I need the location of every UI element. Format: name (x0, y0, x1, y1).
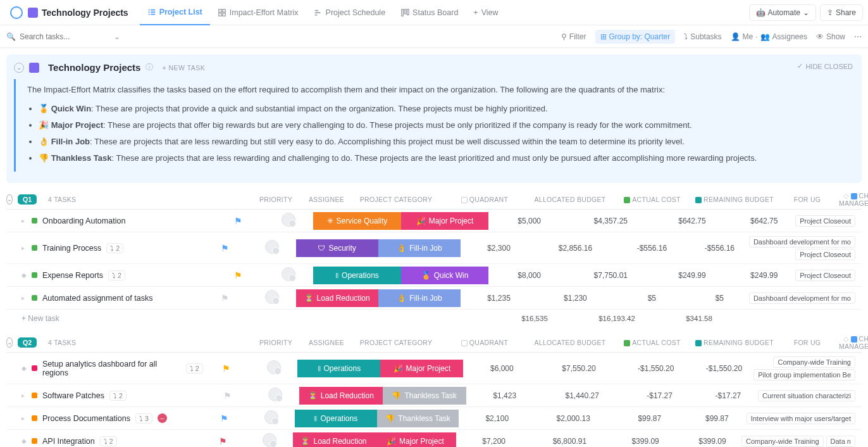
subtask-pill[interactable]: ⤵3 (135, 413, 152, 424)
subtask-pill[interactable]: ⤵2 (108, 270, 125, 280)
priority-flag-icon[interactable]: ⚑ (221, 293, 229, 303)
blocked-icon[interactable]: – (158, 413, 167, 423)
category-cell[interactable]: ⏳Load Reduction (293, 432, 375, 447)
change-management-cell[interactable]: Interview with major users/target (747, 413, 862, 424)
chevron-down-icon[interactable]: ⌄ (114, 32, 120, 41)
col-assignee[interactable]: ASSIGNEE (301, 339, 352, 346)
quadrant-cell[interactable]: 👎Thankless Task (377, 410, 459, 427)
task-row[interactable]: ▸ Training Process ⤵2 ⚑ 🛡Security 👌Fill-… (6, 232, 862, 264)
group-collapse-toggle[interactable]: ⌄ (6, 194, 13, 205)
quadrant-cell[interactable]: 🎉Major Project (380, 360, 463, 377)
subtask-pill[interactable]: ⤵2 (106, 243, 123, 253)
new-task-button[interactable]: + New task (6, 314, 215, 323)
task-row[interactable]: ▸ Process Documentations ⤵3 – ⚑ ⫴Operati… (6, 407, 862, 430)
quadrant-cell[interactable]: 👌Fill-in Job (378, 239, 461, 257)
automate-button[interactable]: 🤖 Automate ⌄ (749, 4, 816, 21)
tab-add-view[interactable]: + View (466, 0, 505, 25)
col-priority[interactable]: PRIORITY (251, 339, 301, 346)
expand-caret-icon[interactable]: ▸ (22, 415, 27, 422)
col-change-management[interactable]: ◇ CHANGE MANAGEMENT (839, 192, 868, 207)
category-cell[interactable]: ✳Service Quality (313, 212, 401, 230)
collapse-toggle[interactable]: ⌄ (14, 63, 24, 73)
task-row[interactable]: ◆ Setup analytics dashboard for all regi… (6, 353, 862, 384)
subtask-pill[interactable]: ⤵2 (186, 363, 203, 374)
col-quadrant[interactable]: QUADRANT (440, 339, 529, 346)
task-row[interactable]: ▸ Onboarding Automation ⚑ ✳Service Quali… (6, 210, 862, 232)
category-cell[interactable]: ⫴Operations (297, 360, 380, 377)
tab-project-schedule[interactable]: Project Schedule (306, 0, 394, 25)
col-for-ug[interactable]: FOR UG (776, 339, 839, 346)
tab-impact-effort[interactable]: Impact-Effort Matrix (210, 0, 306, 25)
priority-flag-icon[interactable]: ⚑ (234, 270, 242, 280)
status-icon[interactable] (32, 218, 37, 224)
status-icon[interactable] (32, 245, 37, 251)
change-management-cell[interactable]: Company-wide TrainingData n (741, 436, 862, 447)
col-remaining[interactable]: REMAINING BUDGET (693, 196, 776, 203)
me-button[interactable]: 👤Me·👥Assignees (731, 32, 807, 41)
expand-caret-icon[interactable]: ◆ (22, 365, 27, 372)
col-quadrant[interactable]: QUADRANT (440, 196, 529, 203)
expand-caret-icon[interactable]: ▸ (22, 217, 27, 224)
quadrant-cell[interactable]: 👌Fill-in Job (378, 289, 461, 307)
change-management-cell[interactable]: Dashboard development for moProject Clos… (749, 236, 862, 260)
search-box[interactable]: 🔍 ⌄ (6, 32, 120, 41)
col-priority[interactable]: PRIORITY (251, 196, 301, 203)
category-cell[interactable]: ⫴Operations (313, 267, 401, 284)
change-management-cell[interactable]: Dashboard development for mo (749, 293, 862, 304)
new-task-inline-button[interactable]: + NEW TASK (162, 64, 205, 72)
col-change-management[interactable]: ◇ CHANGE MANAGEMENT (839, 335, 868, 350)
status-icon[interactable] (32, 415, 37, 421)
quarter-badge[interactable]: Q1 (18, 194, 37, 205)
expand-caret-icon[interactable]: ◆ (22, 272, 27, 279)
quadrant-cell[interactable]: 🏅Quick Win (401, 267, 489, 284)
priority-flag-icon[interactable]: ⚑ (220, 413, 228, 424)
show-button[interactable]: 👁Show (816, 32, 845, 41)
quarter-badge[interactable]: Q2 (18, 337, 37, 348)
category-cell[interactable]: ⏳Load Reduction (296, 289, 378, 307)
category-cell[interactable]: ⏳Load Reduction (299, 387, 383, 405)
quadrant-cell[interactable]: 🎉Major Project (375, 432, 456, 447)
assignee-avatar[interactable] (282, 267, 295, 281)
group-by-button[interactable]: ⊞Group by: Quarter (595, 30, 676, 44)
subtask-pill[interactable]: ⤵2 (100, 436, 117, 446)
more-menu[interactable]: ⋯ (854, 32, 862, 41)
col-actual[interactable]: ACTUAL COST (611, 339, 693, 346)
change-management-cell[interactable]: Project Closeout (795, 270, 862, 281)
status-icon[interactable] (32, 365, 37, 371)
change-management-cell[interactable]: Current situation characterizi (758, 390, 862, 401)
col-assignee[interactable]: ASSIGNEE (301, 196, 352, 203)
group-collapse-toggle[interactable]: ⌄ (6, 337, 13, 348)
status-icon[interactable] (32, 393, 37, 398)
category-cell[interactable]: ⫴Operations (295, 410, 377, 427)
status-icon[interactable] (32, 295, 37, 301)
tab-status-board[interactable]: Status Board (393, 0, 466, 25)
col-category[interactable]: PROJECT CATEGORY (352, 196, 440, 203)
share-button[interactable]: ⇪ Share (820, 4, 863, 21)
change-management-cell[interactable]: Project Closeout (795, 215, 862, 227)
app-logo-icon[interactable] (10, 6, 23, 19)
assignee-avatar[interactable] (282, 213, 295, 227)
task-row[interactable]: ◆ API Integration ⤵2 ⚑ ⏳Load Reduction 🎉… (6, 430, 862, 447)
status-icon[interactable] (32, 438, 37, 444)
task-row[interactable]: ▸ Automated assignment of tasks ⚑ ⏳Load … (6, 287, 862, 310)
priority-flag-icon[interactable]: ⚑ (234, 216, 242, 226)
col-allocated[interactable]: ALLOCATED BUDGET (529, 339, 611, 346)
hide-closed-button[interactable]: ✓HIDE CLOSED (797, 62, 853, 70)
col-actual[interactable]: ACTUAL COST (611, 196, 693, 203)
tab-project-list[interactable]: Project List (140, 0, 210, 25)
priority-flag-icon[interactable]: ⚑ (219, 436, 227, 446)
category-cell[interactable]: 🛡Security (296, 239, 378, 257)
task-row[interactable]: ◆ Expense Reports ⤵2 ⚑ ⫴Operations 🏅Quic… (6, 264, 862, 287)
priority-flag-icon[interactable]: ⚑ (221, 243, 229, 253)
filter-button[interactable]: ⚲Filter (561, 32, 586, 41)
change-management-cell[interactable]: Company-wide TrainingPilot group impleme… (753, 356, 862, 381)
subtask-pill[interactable]: ⤵2 (109, 391, 127, 401)
quadrant-cell[interactable]: 👎Thankless Task (383, 387, 466, 405)
task-row[interactable]: ▸ Software Patches ⤵2 ⚑ ⏳Load Reduction … (6, 384, 862, 407)
expand-caret-icon[interactable]: ▸ (22, 294, 27, 301)
search-input[interactable] (20, 32, 96, 41)
expand-caret-icon[interactable]: ◆ (22, 438, 27, 444)
info-icon[interactable]: ⓘ (146, 62, 153, 73)
assignee-avatar[interactable] (267, 360, 281, 374)
status-icon[interactable] (32, 272, 37, 278)
